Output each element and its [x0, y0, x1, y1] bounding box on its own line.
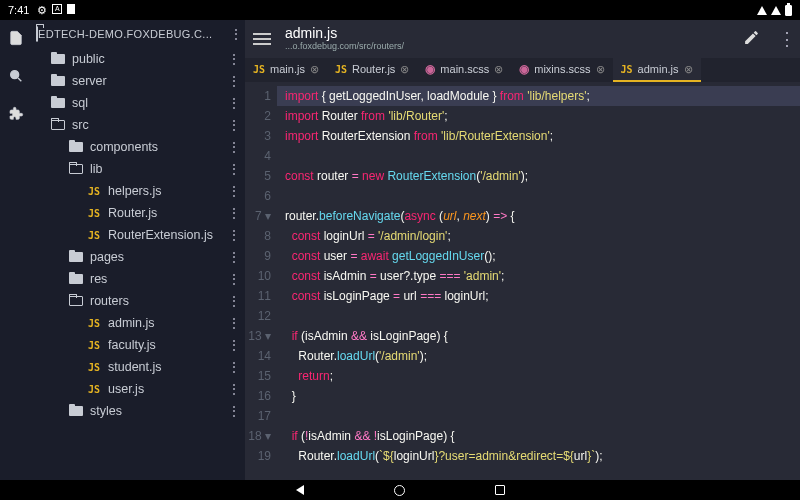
editor-title: admin.js ...o.foxdebug.com/src/routers/	[285, 26, 743, 51]
tree-item[interactable]: components⋮	[32, 136, 245, 158]
tab-close-icon[interactable]: ⊗	[400, 63, 409, 76]
tree-item[interactable]: routers⋮	[32, 290, 245, 312]
tab-label: admin.js	[638, 63, 679, 75]
tree-item-menu-icon[interactable]: ⋮	[227, 382, 241, 396]
tree-item[interactable]: public⋮	[32, 48, 245, 70]
code-lines[interactable]: import { getLoggedInUser, loadModule } f…	[277, 82, 800, 480]
line-number: 15	[245, 366, 271, 386]
line-number: 12	[245, 306, 271, 326]
tree-item-menu-icon[interactable]: ⋮	[227, 228, 241, 242]
editor-tab[interactable]: ◉main.scss⊗	[417, 58, 511, 82]
gear-icon: ⚙	[37, 4, 47, 17]
tree-item[interactable]: JSstudent.js⋮	[32, 356, 245, 378]
tree-item[interactable]: pages⋮	[32, 246, 245, 268]
tree-item-menu-icon[interactable]: ⋮	[227, 360, 241, 374]
code-line[interactable]: if (isAdmin && isLoginPage) {	[285, 326, 800, 346]
line-number: 5	[245, 166, 271, 186]
code-line[interactable]: if (!isAdmin && !isLoginPage) {	[285, 426, 800, 446]
js-file-icon: JS	[86, 205, 102, 221]
tree-item[interactable]: styles⋮	[32, 400, 245, 422]
tree-item-menu-icon[interactable]: ⋮	[227, 250, 241, 264]
code-line[interactable]: import Router from 'lib/Router';	[285, 106, 800, 126]
editor-tab[interactable]: ◉mixins.scss⊗	[511, 58, 612, 82]
file-tree: public⋮server⋮sql⋮src⋮components⋮lib⋮JSh…	[32, 48, 245, 422]
tree-item[interactable]: sql⋮	[32, 92, 245, 114]
editor-tab[interactable]: JSRouter.js⊗	[327, 58, 417, 82]
svg-point-0	[11, 71, 19, 79]
tab-close-icon[interactable]: ⊗	[596, 63, 605, 76]
tree-item-menu-icon[interactable]: ⋮	[227, 118, 241, 132]
tree-item[interactable]: JShelpers.js⋮	[32, 180, 245, 202]
tree-item-menu-icon[interactable]: ⋮	[227, 316, 241, 330]
tree-item-menu-icon[interactable]: ⋮	[227, 338, 241, 352]
code-line[interactable]: const loginUrl = '/admin/login';	[285, 226, 800, 246]
tree-item-menu-icon[interactable]: ⋮	[227, 184, 241, 198]
code-line[interactable]: const isLoginPage = url === loginUrl;	[285, 286, 800, 306]
tree-item-menu-icon[interactable]: ⋮	[227, 206, 241, 220]
code-line[interactable]: Router.loadUrl(`${loginUrl}?user=admin&r…	[285, 446, 800, 466]
back-icon[interactable]	[296, 485, 304, 495]
tree-item-label: src	[72, 118, 227, 132]
tree-item-menu-icon[interactable]: ⋮	[227, 162, 241, 176]
project-header[interactable]: EDTECH-DEMO.FOXDEBUG.C... ⋮	[32, 20, 245, 48]
tree-item[interactable]: JSuser.js⋮	[32, 378, 245, 400]
code-line[interactable]: import { getLoggedInUser, loadModule } f…	[277, 86, 800, 106]
search-icon[interactable]	[8, 68, 24, 88]
tree-item[interactable]: server⋮	[32, 70, 245, 92]
edit-icon[interactable]	[743, 29, 760, 50]
code-line[interactable]: const isAdmin = user?.type === 'admin';	[285, 266, 800, 286]
tree-item-menu-icon[interactable]: ⋮	[227, 74, 241, 88]
code-line[interactable]	[285, 306, 800, 326]
tree-item-menu-icon[interactable]: ⋮	[227, 140, 241, 154]
code-line[interactable]: router.beforeNavigate(async (url, next) …	[285, 206, 800, 226]
code-line[interactable]	[285, 186, 800, 206]
code-line[interactable]: }	[285, 386, 800, 406]
code-area[interactable]: 1234567 ▾8910111213 ▾1415161718 ▾19 impo…	[245, 82, 800, 480]
tab-close-icon[interactable]: ⊗	[494, 63, 503, 76]
code-line[interactable]: Router.loadUrl('/admin');	[285, 346, 800, 366]
tree-item-menu-icon[interactable]: ⋮	[227, 96, 241, 110]
files-icon[interactable]	[8, 30, 24, 50]
editor-filepath: ...o.foxdebug.com/src/routers/	[285, 42, 743, 52]
editor-menu-icon[interactable]: ⋮	[778, 30, 792, 48]
line-number: 7 ▾	[245, 206, 271, 226]
editor-filename: admin.js	[285, 26, 743, 41]
tree-item-label: public	[72, 52, 227, 66]
home-icon[interactable]	[394, 485, 405, 496]
editor-tab[interactable]: JSmain.js⊗	[245, 58, 327, 82]
tab-close-icon[interactable]: ⊗	[684, 63, 693, 76]
code-line[interactable]: return;	[285, 366, 800, 386]
tree-item[interactable]: res⋮	[32, 268, 245, 290]
project-menu-icon[interactable]: ⋮	[229, 27, 243, 41]
folder-open-icon	[36, 27, 38, 41]
line-number: 11	[245, 286, 271, 306]
editor-tabs: JSmain.js⊗JSRouter.js⊗◉main.scss⊗◉mixins…	[245, 58, 800, 82]
tab-close-icon[interactable]: ⊗	[310, 63, 319, 76]
extensions-icon[interactable]	[8, 106, 24, 126]
editor-tab[interactable]: JSadmin.js⊗	[613, 58, 701, 82]
tree-item-label: helpers.js	[108, 184, 227, 198]
tree-item-menu-icon[interactable]: ⋮	[227, 272, 241, 286]
tree-item-menu-icon[interactable]: ⋮	[227, 404, 241, 418]
tree-item-menu-icon[interactable]: ⋮	[227, 294, 241, 308]
tree-item[interactable]: src⋮	[32, 114, 245, 136]
sass-file-icon: ◉	[519, 62, 529, 76]
tree-item-label: styles	[90, 404, 227, 418]
menu-icon[interactable]	[253, 33, 271, 45]
tree-item[interactable]: JSRouterExtension.js⋮	[32, 224, 245, 246]
tree-item[interactable]: JSfaculty.js⋮	[32, 334, 245, 356]
code-line[interactable]: const user = await getLoggedInUser();	[285, 246, 800, 266]
tree-item-label: pages	[90, 250, 227, 264]
js-file-icon: JS	[86, 183, 102, 199]
code-line[interactable]	[285, 146, 800, 166]
tree-item[interactable]: lib⋮	[32, 158, 245, 180]
tree-item[interactable]: JSadmin.js⋮	[32, 312, 245, 334]
tree-item-label: routers	[90, 294, 227, 308]
recent-icon[interactable]	[495, 485, 505, 495]
tree-item[interactable]: JSRouter.js⋮	[32, 202, 245, 224]
code-line[interactable]: const router = new RouterExtension('/adm…	[285, 166, 800, 186]
tree-item-menu-icon[interactable]: ⋮	[227, 52, 241, 66]
editor-header: admin.js ...o.foxdebug.com/src/routers/ …	[245, 20, 800, 58]
code-line[interactable]	[285, 406, 800, 426]
code-line[interactable]: import RouterExtension from 'lib/RouterE…	[285, 126, 800, 146]
